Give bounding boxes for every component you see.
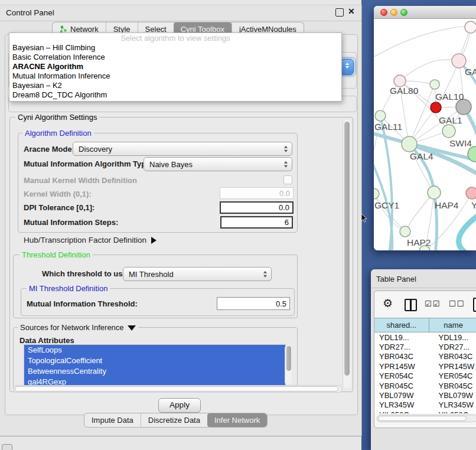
dropdown-item[interactable]: Mutual Information Inference: [9, 71, 341, 81]
collapsed-arrow-icon: [151, 237, 157, 244]
settings-hscroll-thumb[interactable]: [15, 386, 338, 392]
mi-steps-field[interactable]: [220, 216, 293, 229]
table-hscrollbar[interactable]: [377, 415, 476, 422]
manual-kernel-checkbox[interactable]: [283, 175, 292, 184]
document-icon[interactable]: [473, 298, 476, 312]
control-panel-title: Control Panel: [6, 8, 54, 17]
table-row[interactable]: YPR145WYPR145W9.: [374, 361, 476, 371]
attributes-vscroll-thumb[interactable]: [286, 346, 291, 371]
table-row[interactable]: YER054CYER054C8.: [374, 371, 476, 381]
columns-icon[interactable]: [405, 299, 417, 311]
screen: Control Panel ✕ Network Style Select: [0, 0, 476, 450]
dropdown-prompt: Select algorithm to view settings: [9, 33, 341, 43]
network-node-label: Y: [471, 200, 476, 210]
table-column-header[interactable]: name: [429, 318, 476, 332]
attribute-list-item[interactable]: TopologicalCoefficient: [24, 356, 285, 366]
network-canvas[interactable]: GALGAL80GAL10GAL1GAL11SWI4GAL4GCY1HAP4YH…: [374, 19, 476, 250]
network-node[interactable]: [394, 75, 406, 87]
close-icon[interactable]: ✕: [348, 6, 355, 16]
mi-threshold-field[interactable]: [217, 297, 290, 310]
network-node[interactable]: [428, 186, 441, 199]
table-cell: YBR045C: [429, 381, 476, 390]
bottom-tabs: Impute Data Discretize Data Infer Networ…: [84, 413, 268, 428]
network-node[interactable]: [400, 226, 410, 237]
dpi-tolerance-field[interactable]: [220, 201, 294, 214]
settings-hscrollbar[interactable]: [13, 385, 343, 393]
mi-type-combobox[interactable]: Naive Bayes: [144, 157, 292, 171]
mouse-cursor: [361, 214, 368, 223]
algorithm-definition-title: Algorithm Definition: [22, 129, 94, 138]
table-row[interactable]: YBR045CYBR045C9.: [374, 381, 476, 390]
tab-impute-data[interactable]: Impute Data: [84, 413, 141, 427]
table-header-row[interactable]: shared...name: [374, 318, 476, 332]
table-cell: YBL079W: [429, 391, 476, 400]
apply-button[interactable]: Apply: [158, 398, 201, 413]
network-view-window: GALGAL80GAL10GAL1GAL11SWI4GAL4GCY1HAP4YH…: [374, 6, 476, 250]
table-cell: YDR27...: [429, 343, 476, 351]
table-row[interactable]: YIL052CYIL052C0.: [374, 410, 476, 413]
tab-infer-network[interactable]: Infer Network: [207, 413, 267, 427]
network-window-titlebar[interactable]: [374, 6, 476, 19]
network-node[interactable]: [431, 102, 441, 113]
settings-vertical-scrollbar[interactable]: [343, 119, 351, 389]
network-node[interactable]: [375, 110, 386, 121]
network-node[interactable]: [442, 125, 455, 138]
table-row[interactable]: YBL079WYBL079W: [374, 390, 476, 400]
divider: [371, 288, 476, 288]
aracne-mode-value: Discovery: [79, 145, 112, 154]
dropdown-item[interactable]: Bayesian – K2: [9, 81, 341, 90]
table-panel-window: Table Panel ⚙ ☑☑ ☐☐ shared...name YDL19.…: [371, 269, 476, 450]
dropdown-item[interactable]: ARACNE Algorithm: [9, 62, 341, 71]
network-node-label: SWI4: [449, 138, 472, 148]
table-row[interactable]: YBR043CYBR043C: [374, 352, 476, 361]
deselect-all-checkboxes-icon[interactable]: ☐☐: [449, 299, 465, 308]
tab-infer-network-label: Infer Network: [214, 416, 260, 425]
table-column-header[interactable]: shared...: [374, 318, 429, 332]
minimize-traffic-light[interactable]: [390, 9, 397, 16]
table-hscroll-thumb[interactable]: [378, 416, 467, 421]
table-rows[interactable]: YDL19...YDL19...13YDR27...YDR27...12YBR0…: [374, 332, 476, 413]
table-row[interactable]: YDL19...YDL19...13: [374, 332, 476, 342]
network-node[interactable]: [374, 188, 379, 199]
dropdown-item[interactable]: Bayesian – Hill Climbing: [9, 43, 341, 53]
which-threshold-combobox[interactable]: MI Threshold: [123, 267, 272, 281]
network-node[interactable]: [402, 136, 417, 152]
network-node-label: GAL1: [439, 115, 462, 125]
network-node[interactable]: [465, 21, 476, 33]
aracne-mode-label: Aracne Mode:: [24, 145, 74, 154]
dropdown-item[interactable]: Dream8 DC_TDC Algorithm: [9, 90, 341, 100]
attribute-list-item[interactable]: SelfLoops: [24, 345, 285, 356]
attributes-vscrollbar[interactable]: [285, 345, 292, 386]
select-all-checkboxes-icon[interactable]: ☑☑: [425, 299, 441, 308]
network-node[interactable]: [452, 54, 466, 68]
table-panel-title: Table Panel: [376, 275, 416, 283]
network-node[interactable]: [430, 80, 439, 89]
dropdown-item[interactable]: Basic Correlation Inference: [9, 53, 341, 62]
gear-icon[interactable]: ⚙: [383, 296, 393, 309]
tab-impute-data-label: Impute Data: [92, 416, 133, 425]
data-attributes-list[interactable]: SelfLoopsTopologicalCoefficientBetweenne…: [24, 344, 286, 387]
kernel-width-field[interactable]: [220, 187, 294, 199]
which-threshold-label: Which threshold to use:: [42, 269, 129, 278]
table-row[interactable]: YLR345WYLR345W9.: [374, 400, 476, 410]
hub-definition-toggle[interactable]: Hub/Transcription Factor Definition: [24, 236, 157, 244]
which-threshold-value: MI Threshold: [129, 270, 174, 279]
attribute-list-item[interactable]: BetweennessCentrality: [24, 366, 285, 377]
float-window-icon[interactable]: [335, 8, 344, 17]
zoom-traffic-light[interactable]: [400, 9, 407, 16]
algorithm-selector-arrows-button[interactable]: [340, 59, 354, 75]
settings-vscroll-thumb[interactable]: [344, 122, 350, 376]
tab-discretize-data[interactable]: Discretize Data: [141, 413, 207, 427]
aracne-mode-combobox[interactable]: Discovery: [73, 142, 292, 156]
close-traffic-light[interactable]: [380, 9, 387, 16]
table-row[interactable]: YDR27...YDR27...12: [374, 342, 476, 351]
manual-kernel-label: Manual Kernel Width Definition: [24, 176, 137, 185]
sources-title-row[interactable]: Sources for Network Inference: [18, 324, 138, 332]
mi-steps-label: Mutual Information Steps:: [24, 218, 118, 227]
network-node-label: HAP4: [435, 200, 459, 210]
table-cell: YIL052C: [429, 410, 476, 413]
minimized-panel-icon[interactable]: [2, 444, 12, 450]
network-node[interactable]: [466, 187, 476, 199]
tab-discretize-data-label: Discretize Data: [148, 416, 200, 425]
cyni-algorithm-settings-title: Cyni Algorithm Settings: [15, 113, 99, 122]
